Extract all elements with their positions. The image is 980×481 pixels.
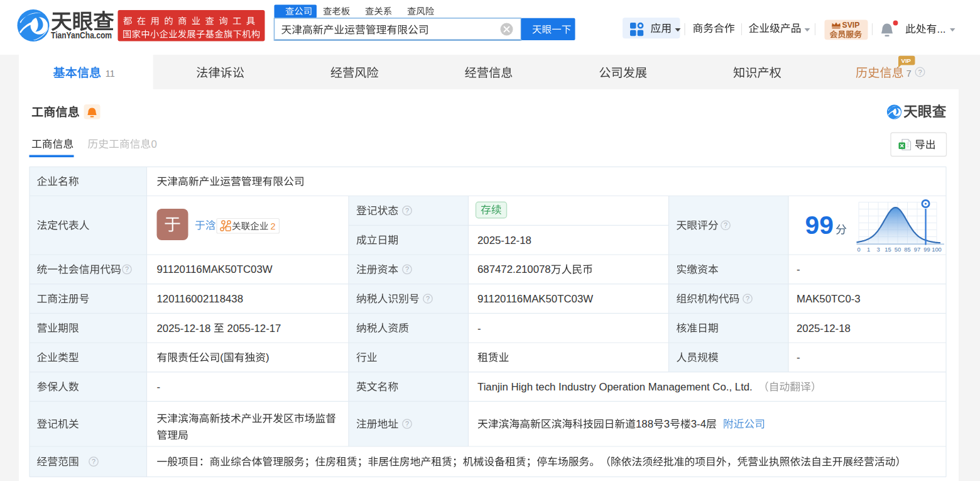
svg-text:3: 3	[876, 246, 879, 253]
svg-text:-: -	[797, 263, 800, 275]
svg-text:99: 99	[805, 211, 834, 240]
svg-text:?: ?	[746, 295, 749, 302]
svg-text:?: ?	[426, 295, 430, 302]
svg-text:3: 3	[664, 418, 670, 430]
svg-text:?: ?	[405, 265, 409, 273]
svg-text:-: -	[477, 323, 481, 334]
svg-text:2025-12-18: 2025-12-18	[157, 323, 214, 334]
svg-text:687472.210078: 687472.210078	[477, 263, 551, 275]
svg-text:2: 2	[271, 221, 276, 231]
svg-text:11: 11	[106, 69, 115, 79]
svg-text:91120116MAK50TC03W: 91120116MAK50TC03W	[477, 293, 593, 305]
svg-text:99: 99	[923, 246, 930, 253]
svg-text:SVIP: SVIP	[842, 21, 860, 30]
svg-text:?: ?	[405, 420, 409, 428]
svg-text:): )	[266, 351, 270, 363]
svg-text:-: -	[157, 381, 161, 393]
svg-text:1: 1	[867, 246, 870, 253]
svg-text:?: ?	[92, 458, 95, 465]
svg-text:2025-12-18: 2025-12-18	[477, 235, 531, 246]
svg-text:...: ...	[937, 23, 946, 35]
svg-text:91120116MAK50TC03W: 91120116MAK50TC03W	[157, 263, 273, 275]
svg-text:0: 0	[151, 138, 157, 150]
svg-text:VIP: VIP	[901, 57, 912, 64]
svg-text:TianYanCha.com: TianYanCha.com	[51, 30, 112, 40]
svg-text:85: 85	[904, 246, 910, 253]
svg-text:MAK50TC0-3: MAK50TC0-3	[797, 293, 861, 305]
svg-text:-: -	[797, 351, 800, 363]
svg-text:15: 15	[885, 246, 891, 253]
svg-text:100: 100	[932, 246, 942, 253]
svg-text:?: ?	[724, 221, 727, 229]
svg-text:97: 97	[914, 246, 920, 253]
svg-text:(: (	[220, 351, 224, 363]
svg-text:2025-12-18: 2025-12-18	[797, 323, 851, 334]
svg-text:50: 50	[895, 246, 901, 253]
svg-text:?: ?	[125, 265, 129, 273]
svg-text:?: ?	[918, 69, 922, 76]
svg-text:0: 0	[857, 246, 860, 253]
svg-text:?: ?	[405, 207, 409, 214]
svg-text:120116002118438: 120116002118438	[157, 293, 244, 305]
svg-text:188: 188	[636, 418, 653, 430]
svg-text:2055-12-17: 2055-12-17	[224, 323, 281, 334]
svg-text:3-4: 3-4	[691, 418, 706, 430]
svg-text:Tianjin High tech Industry Ope: Tianjin High tech Industry Operation Man…	[477, 381, 753, 393]
svg-text:7: 7	[906, 69, 912, 79]
